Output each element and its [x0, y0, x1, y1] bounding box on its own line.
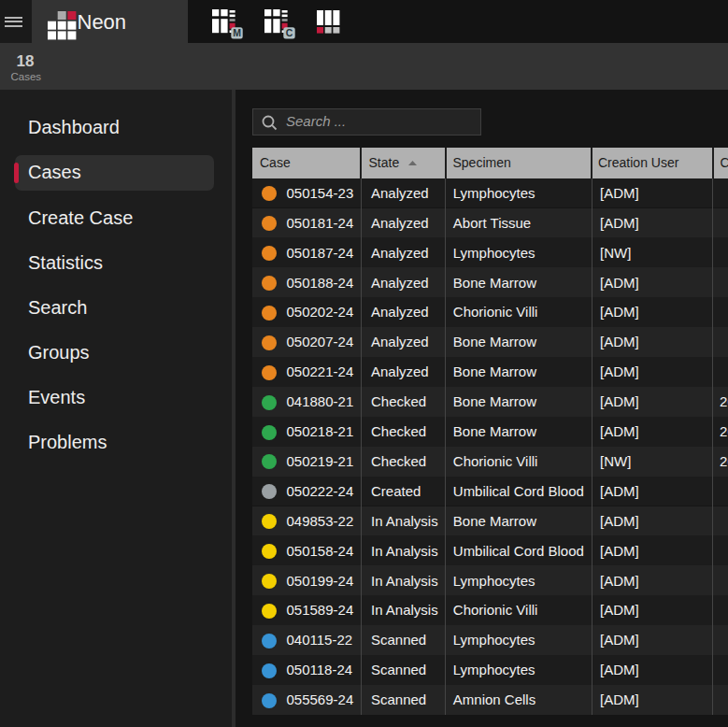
- svg-text:C: C: [286, 27, 293, 38]
- svg-text:M: M: [233, 27, 241, 38]
